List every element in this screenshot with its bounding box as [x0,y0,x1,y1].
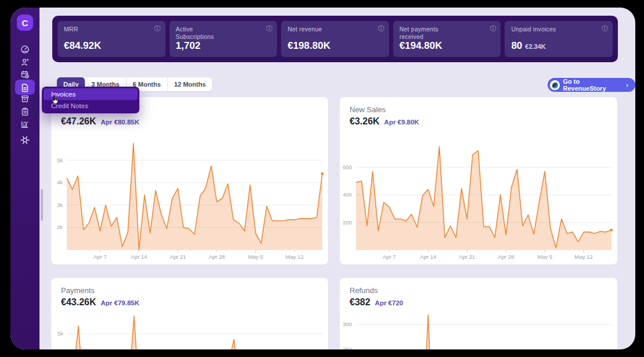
stat-card-unpaid-invoices: Unpaid invoices ⓘ 80 €2.34K [505,21,613,57]
revenuestory-logo-icon [550,80,560,90]
chart-current-value: €382 [350,297,370,308]
svg-text:3k: 3k [57,202,63,208]
chart-title: Refunds [350,286,377,295]
svg-text:Apr 28: Apr 28 [498,254,514,260]
info-icon[interactable]: ⓘ [602,24,608,33]
svg-text:May 5: May 5 [248,254,263,260]
stat-card-net-revenue: Net revenue ⓘ €198.80K [281,21,389,57]
stat-value: 1,702 [176,40,201,52]
tab-12-months[interactable]: 12 Months [168,77,212,91]
stat-label: Net revenue [287,26,337,33]
sidebar-item-dashboard[interactable] [18,42,32,56]
stat-label: Active Subscriptions [176,26,226,41]
svg-text:Apr 28: Apr 28 [208,254,225,260]
svg-text:5k: 5k [57,157,63,163]
svg-text:Apr 14: Apr 14 [131,254,147,260]
chart-period-value: Apr €80.85K [101,119,139,126]
svg-text:Apr 14: Apr 14 [420,254,436,260]
svg-text:Apr 21: Apr 21 [459,254,475,260]
go-to-revenuestory-button[interactable]: Go to RevenueStory › [548,78,635,92]
invoices-area-chart[interactable]: 5k4k3k2kApr 7Apr 14Apr 21Apr 28May 5May … [67,135,322,250]
svg-text:4k: 4k [57,179,63,185]
chart-title: New Sales [350,105,386,114]
stat-value: €198.80K [287,40,330,52]
info-icon[interactable]: ⓘ [378,24,384,33]
svg-text:300: 300 [343,321,352,327]
svg-text:200: 200 [343,219,352,226]
refunds-area-chart[interactable]: 300250Apr 7Apr 14Apr 21Apr 28May 5May 12 [356,312,611,349]
svg-text:2k: 2k [57,224,63,230]
info-icon[interactable]: ⓘ [490,24,496,33]
svg-text:May 12: May 12 [286,254,304,260]
chevron-right-icon: › [626,81,628,88]
sidebar-item-reports[interactable] [18,117,32,131]
chart-current-value: €47.26K [61,116,96,127]
reports-icon [20,120,30,129]
info-icon[interactable]: ⓘ [266,24,272,33]
svg-text:Apr 21: Apr 21 [170,254,186,260]
stat-card-active-subscriptions: Active Subscriptions ⓘ 1,702 [170,21,278,57]
settings-icon [20,135,30,145]
stat-subvalue: €2.34K [525,43,545,50]
products-icon [20,94,30,103]
svg-text:Apr 7: Apr 7 [93,254,107,260]
stat-label: Unpaid invoices [511,26,561,33]
stat-value: €84.92K [64,40,101,52]
button-label: Go to RevenueStory [563,78,623,92]
chart-card-payments: Payments €43.26K Apr €79.85K 5k4kApr 7Ap… [51,278,328,349]
stat-value: €194.80K [400,40,442,52]
chart-card-new-sales: New Sales €3.26K Apr €9.80K 600400200Apr… [340,97,617,265]
stat-card-net-payments: Net payments received ⓘ €194.80K [393,21,501,57]
sidebar-item-orders[interactable] [18,105,32,119]
svg-text:5k: 5k [57,330,63,337]
scrollbar-handle[interactable] [41,189,43,221]
chargebee-logo[interactable]: C [17,15,33,31]
svg-text:May 12: May 12 [575,254,593,260]
chart-period-value: Apr €9.80K [384,119,419,126]
sidebar: C [10,8,39,349]
svg-text:May 5: May 5 [537,254,552,260]
chart-card-refunds: Refunds €382 Apr €720 300250Apr 7Apr 14A… [340,278,617,349]
customers-icon [20,58,30,67]
chart-title: Payments [61,286,95,295]
chart-period-value: Apr €79.85K [101,299,139,306]
dashboard-icon [20,45,30,54]
stat-label: Net payments received [400,26,449,41]
cursor-pointer [49,95,58,105]
new-sales-area-chart[interactable]: 600400200Apr 7Apr 14Apr 21Apr 28May 5May… [356,135,611,250]
svg-text:600: 600 [343,164,352,170]
invoices-icon [20,83,30,92]
chart-card-invoices: Invoices €47.26K Apr €80.85K 5k4k3k2kApr… [51,97,328,265]
svg-text:400: 400 [343,191,352,198]
stat-value: 80 [511,40,522,52]
stat-card-mrr: MRR ⓘ €84.92K [57,21,166,57]
chart-current-value: €43.26K [61,297,96,308]
screen: C [0,0,644,357]
svg-text:250: 250 [343,346,352,349]
svg-text:Apr 7: Apr 7 [383,254,396,260]
stat-label: MRR [64,26,114,33]
chart-period-value: Apr €720 [375,299,404,306]
sidebar-item-settings[interactable] [18,133,32,147]
info-icon[interactable]: ⓘ [154,24,161,33]
chart-current-value: €3.26K [350,116,380,127]
subscriptions-icon [20,70,30,79]
sidebar-item-products[interactable] [18,92,32,106]
stats-bar: MRR ⓘ €84.92K Active Subscriptions ⓘ 1,7… [52,16,618,62]
sidebar-item-subscriptions[interactable] [18,67,32,81]
app-window: C [10,8,635,349]
orders-icon [20,107,30,116]
payments-area-chart[interactable]: 5k4kApr 7Apr 14Apr 21Apr 28May 5May 12 [67,312,323,349]
